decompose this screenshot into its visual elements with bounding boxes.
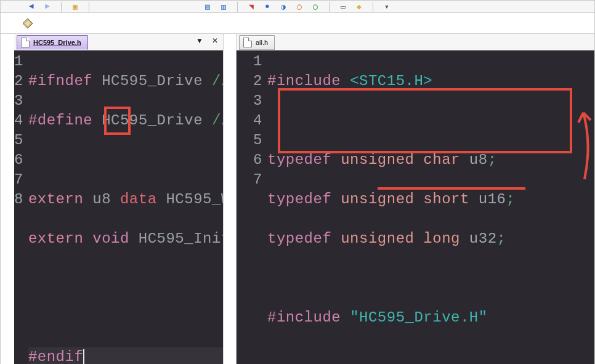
left-editor-pane: HC595_Drive.h ▼ ✕ 1 2 3 4 5 6 7 8 (1, 34, 224, 364)
tok-typedef: typedef (267, 230, 341, 247)
tok-preproc: #include (267, 309, 350, 326)
tab-hc595-drive-h[interactable]: HC595_Drive.h (17, 35, 88, 50)
text-caret (83, 349, 84, 364)
tok-alias: u32 (469, 230, 497, 247)
caret-icon[interactable]: ▾ (382, 2, 392, 12)
line-number: 3 (14, 91, 23, 111)
divider (373, 2, 373, 12)
tok-preproc: #endif (28, 349, 83, 364)
tok-include-angle: <STC15.H> (350, 73, 432, 89)
tab-dropdown-icon[interactable]: ▼ (196, 36, 203, 45)
line-number: 4 (237, 111, 262, 131)
line-number: 2 (237, 71, 262, 91)
line-number: 3 (237, 91, 262, 111)
tab-label: HC595_Drive.h (33, 39, 81, 46)
tok-kw: unsigned long (341, 230, 469, 247)
line-number: 8 (14, 190, 23, 209)
ide-window: ◄ ► ▣ ▤ ▥ ◥ ● ◑ ◯ ◯ ▭ ◆ ▾ (0, 0, 595, 364)
left-tab-bar: HC595_Drive.h ▼ ✕ (14, 34, 223, 51)
build-target-icon[interactable] (22, 17, 34, 30)
right-tab-bar: all.h (237, 34, 594, 51)
editor-panes: HC595_Drive.h ▼ ✕ 1 2 3 4 5 6 7 8 (1, 34, 594, 364)
folder-icon[interactable]: ▣ (70, 2, 80, 12)
tok-extern: extern (28, 191, 92, 208)
main-toolbar: ◄ ► ▣ ▤ ▥ ◥ ● ◑ ◯ ◯ ▭ ◆ ▾ (1, 1, 594, 13)
sheet-icon[interactable]: ▭ (338, 2, 348, 12)
line-number: 6 (237, 150, 262, 170)
right-editor-pane: all.h 1 2 3 4 5 6 7 #include <STC15.H> t… (236, 34, 594, 364)
stack1-icon[interactable]: ▤ (203, 2, 212, 12)
blue-dot2-icon[interactable]: ◑ (278, 2, 288, 12)
tok-ident: HC595_Init (129, 230, 223, 247)
line-number: 5 (14, 131, 23, 150)
tok-semi: ; (497, 230, 506, 247)
line-number: 4 (14, 111, 23, 131)
tok-preproc: #include (267, 73, 350, 89)
tok-semi: ; (506, 191, 515, 208)
back-icon[interactable]: ◄ (26, 2, 36, 12)
divider (237, 2, 238, 12)
tab-close-icon[interactable]: ✕ (212, 36, 218, 45)
tok-include-str: "HC595_Drive.H" (350, 309, 488, 326)
tok-comment: // (212, 73, 223, 89)
tab-controls: ▼ ✕ (196, 36, 218, 45)
divider (61, 2, 62, 12)
line-number: 7 (14, 170, 23, 190)
line-number: 5 (237, 131, 262, 150)
line-number: 7 (237, 170, 262, 190)
tok-kw: unsigned char (341, 152, 469, 168)
blue-dot-icon[interactable]: ● (262, 2, 272, 12)
right-code[interactable]: #include <STC15.H> typedef unsigned char… (266, 51, 594, 364)
green-dot-icon[interactable]: ◯ (310, 2, 320, 12)
line-number: 1 (237, 52, 262, 71)
tok-typedef: typedef (267, 152, 341, 168)
tok-alias: u8 (469, 152, 488, 168)
divider (329, 2, 330, 12)
line-number: 2 (14, 71, 23, 91)
tok-typedef: typedef (267, 191, 341, 208)
tok-preproc: #ifndef (28, 73, 102, 89)
tab-all-h[interactable]: all.h (239, 35, 275, 50)
left-gutter: 1 2 3 4 5 6 7 8 (14, 51, 27, 364)
tok-preproc: #define (28, 112, 102, 129)
yellow-icon[interactable]: ◆ (354, 2, 364, 12)
tok-type: u8 (92, 191, 111, 208)
tok-ident: HC595_Drive (102, 112, 212, 129)
tok-kw: unsigned short (341, 191, 479, 208)
tok-alias: u16 (479, 191, 506, 208)
left-code[interactable]: #ifndef HC595_Drive // #define HC595_Dri… (27, 51, 223, 364)
orange-ring-icon[interactable]: ◯ (294, 2, 304, 12)
right-editor[interactable]: 1 2 3 4 5 6 7 #include <STC15.H> typedef… (237, 51, 594, 364)
file-icon (21, 38, 30, 47)
tok-data: data (120, 191, 157, 208)
left-editor[interactable]: 1 2 3 4 5 6 7 8 #ifndef HC595_Drive // #… (14, 51, 223, 364)
tok-ident: HC595_W (157, 191, 223, 208)
line-number: 1 (14, 52, 23, 71)
fwd-icon[interactable]: ► (42, 2, 52, 12)
tok-comment: // (212, 112, 223, 129)
secondary-toolbar (1, 13, 594, 34)
tok-ident: HC595_Drive (102, 73, 212, 89)
file-icon (243, 38, 252, 47)
red-flag-icon[interactable]: ◥ (246, 2, 256, 12)
divider (89, 2, 89, 12)
tok-space (111, 191, 120, 208)
stack2-icon[interactable]: ▥ (219, 2, 229, 12)
tab-label: all.h (256, 39, 268, 46)
tok-semi: ; (488, 152, 497, 168)
right-gutter: 1 2 3 4 5 6 7 (237, 51, 266, 364)
tok-extern: extern (28, 230, 92, 247)
line-number: 6 (14, 150, 23, 170)
pane-splitter[interactable] (224, 34, 236, 364)
tok-void: void (92, 230, 129, 247)
